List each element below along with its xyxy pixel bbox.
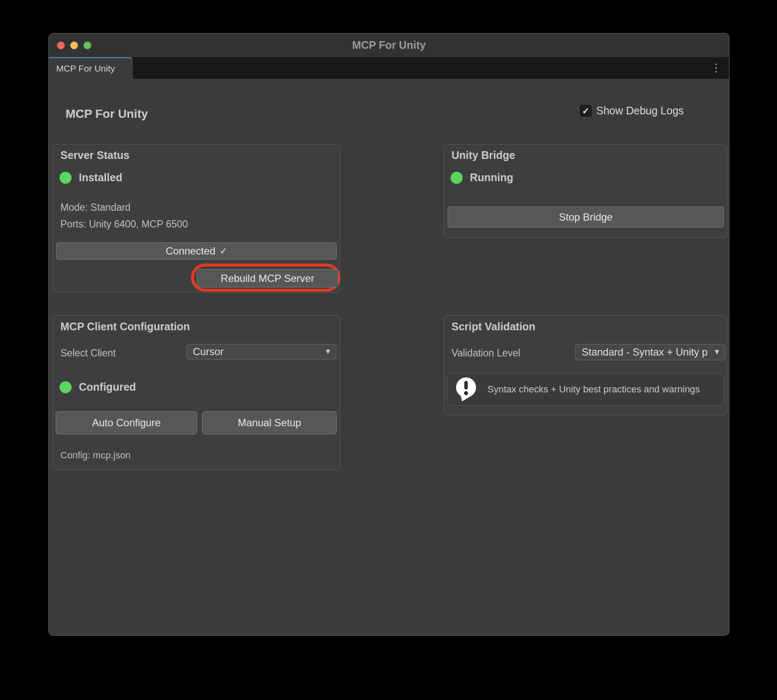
info-bubble-icon [454,376,478,403]
validation-level-dropdown[interactable]: Standard - Syntax + Unity p ▼ [575,344,725,360]
script-validation-panel: Script Validation Validation Level Stand… [444,315,727,415]
server-ports-text: Ports: Unity 6400, MCP 6500 [60,218,188,230]
status-dot-icon [60,381,72,393]
unity-bridge-title: Unity Bridge [451,149,515,162]
unity-bridge-panel: Unity Bridge Running Stop Bridge [444,144,727,238]
title-bar: MCP For Unity [49,33,729,57]
auto-configure-label: Auto Configure [92,417,161,429]
chevron-down-icon: ▼ [323,347,332,356]
server-status-row: Installed [60,171,122,184]
debug-logs-label: Show Debug Logs [596,105,684,117]
validation-info-box: Syntax checks + Unity best practices and… [448,373,724,406]
window-controls [57,33,91,57]
manual-setup-label: Manual Setup [238,417,301,429]
chevron-down-icon: ▼ [711,348,720,356]
server-mode-text: Mode: Standard [60,202,131,213]
stop-bridge-button[interactable]: Stop Bridge [448,206,724,227]
bridge-status-value: Running [470,171,513,184]
status-dot-icon [451,172,463,184]
mcp-for-unity-window: MCP For Unity MCP For Unity ⋮ MCP For Un… [48,33,729,636]
config-status-value: Configured [79,381,136,393]
config-status-row: Configured [60,381,136,393]
validation-level-label: Validation Level [451,347,520,359]
zoom-window-button[interactable] [84,42,91,49]
config-path-text: Config: mcp.json [60,450,131,461]
minimize-window-button[interactable] [70,42,78,49]
connected-button-label: Connected [166,245,215,257]
validation-selected-value: Standard - Syntax + Unity p [582,346,719,358]
client-selected-value: Cursor [193,346,330,358]
mcp-client-configuration-panel: MCP Client Configuration Select Client C… [53,315,340,470]
status-dot-icon [60,172,72,184]
client-select-dropdown[interactable]: Cursor ▼ [186,344,336,359]
show-debug-logs-toggle[interactable]: ✓ Show Debug Logs [580,105,684,117]
content-area: MCP For Unity ✓ Show Debug Logs Server S… [49,79,729,636]
tab-label: MCP For Unity [56,63,115,74]
window-title: MCP For Unity [49,39,729,51]
select-client-label: Select Client [60,347,116,359]
rebuild-mcp-server-button[interactable]: Rebuild MCP Server [197,269,338,287]
server-status-title: Server Status [60,149,129,162]
client-config-title: MCP Client Configuration [60,320,190,333]
page-title: MCP For Unity [66,107,148,121]
validation-info-text: Syntax checks + Unity best practices and… [487,384,700,395]
check-icon: ✓ [220,246,227,256]
tab-strip: MCP For Unity ⋮ [49,57,729,79]
script-validation-title: Script Validation [451,320,535,333]
close-window-button[interactable] [57,42,65,49]
stop-bridge-label: Stop Bridge [559,211,613,223]
server-status-panel: Server Status Installed Mode: Standard P… [53,144,340,293]
auto-configure-button[interactable]: Auto Configure [56,411,197,434]
server-status-value: Installed [79,171,122,184]
manual-setup-button[interactable]: Manual Setup [202,411,337,434]
bridge-status-row: Running [451,171,513,184]
debug-logs-checkbox[interactable]: ✓ [580,105,592,117]
connected-button[interactable]: Connected ✓ [56,242,337,260]
tab-mcp-for-unity[interactable]: MCP For Unity [49,57,133,79]
rebuild-button-label: Rebuild MCP Server [221,272,314,284]
kebab-menu-icon[interactable]: ⋮ [710,57,722,79]
